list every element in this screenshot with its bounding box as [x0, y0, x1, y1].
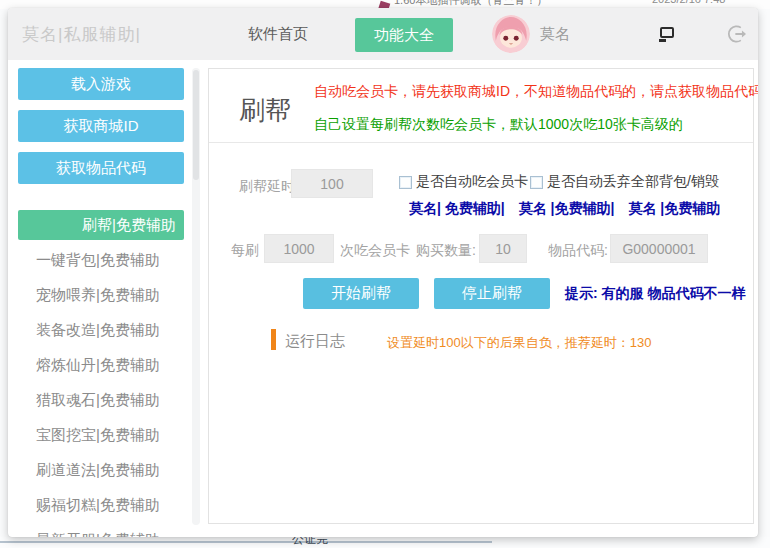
per-batch-prefix-label: 每刷 — [231, 242, 259, 260]
notice-red: 自动吃会员卡，请先获取商城ID，不知道物品代码的，请点获取物品代码 — [314, 83, 758, 101]
app-title: 莫名|私服辅助| — [22, 23, 141, 46]
per-batch-input[interactable] — [264, 234, 334, 263]
sidebar-item-daofa[interactable]: 刷道道法|免费辅助 — [18, 452, 184, 487]
notice-green: 自己设置每刷帮次数吃会员卡，默认1000次吃10张卡高级的 — [314, 116, 683, 134]
sidebar-item-shuabang-active[interactable]: 刷帮|免费辅助 — [18, 210, 184, 240]
sidebar-list: 一键背包|免费辅助 宠物喂养|免费辅助 装备改造|免费辅助 熔炼仙丹|免费辅助 … — [18, 242, 184, 537]
app-window: 莫名|私服辅助| 软件首页 功能大全 莫名 载入游戏 — [8, 8, 758, 537]
quantity-input[interactable] — [479, 234, 527, 263]
panel-header: 刷帮 自动吃会员卡，请先获取商城ID，不知道物品代码的，请点获取物品代码 自己设… — [209, 69, 753, 143]
auto-eat-card-label: 是否自动吃会员卡 — [416, 173, 528, 191]
sidebar-item-melt-pill[interactable]: 熔炼仙丹|免费辅助 — [18, 347, 184, 382]
panel-title: 刷帮 — [239, 93, 291, 128]
sidebar-item-treasure-dig[interactable]: 宝图挖宝|免费辅助 — [18, 417, 184, 452]
item-code-label: 物品代码: — [548, 242, 608, 260]
sidebar-item-onekey-bag[interactable]: 一键背包|免费辅助 — [18, 242, 184, 277]
username-label: 莫名 — [540, 25, 570, 44]
background-fragment-text: 1.60本地插件调取（青三青！） — [394, 0, 547, 8]
tip-text: 提示: 有的服 物品代码不一样 — [565, 285, 745, 303]
sidebar-scrollbar[interactable] — [192, 68, 200, 525]
sidebar-item-blessing-cake[interactable]: 赐福切糕|免费辅助 — [18, 487, 184, 522]
log-warning-text: 设置延时100以下的后果自负，推荐延时：130 — [387, 334, 651, 352]
delay-input[interactable] — [291, 169, 373, 198]
sidebar-item-equip-remake[interactable]: 装备改造|免费辅助 — [18, 312, 184, 347]
titlebar: 莫名|私服辅助| 软件首页 功能大全 莫名 — [8, 8, 758, 60]
log-label: 运行日志 — [285, 332, 345, 351]
item-code-input[interactable] — [610, 234, 708, 263]
sidebar-item-load-game[interactable]: 载入游戏 — [18, 68, 184, 100]
nav-software-home[interactable]: 软件首页 — [248, 25, 308, 44]
per-batch-suffix-label: 次吃会员卡 — [340, 242, 410, 260]
nav-features-button[interactable]: 功能大全 — [355, 18, 453, 52]
sidebar-item-get-mall-id[interactable]: 获取商城ID — [18, 110, 184, 142]
promo-link-1[interactable]: 莫名| 免费辅助| — [409, 200, 505, 216]
quantity-label: 购买数量: — [416, 242, 476, 260]
sidebar: 载入游戏 获取商城ID 获取物品代码 刷帮|免费辅助 一键背包|免费辅助 宠物喂… — [18, 68, 184, 537]
minimize-to-tray-icon[interactable] — [660, 27, 674, 38]
logout-icon[interactable] — [726, 23, 748, 45]
checkbox-icon[interactable] — [399, 176, 412, 189]
background-fragment-time: 2023/2/16 7:48 — [652, 0, 725, 5]
user-avatar[interactable] — [492, 15, 530, 53]
auto-discard-bag-checkbox[interactable]: 是否自动丢弃全部背包/销毁 — [530, 173, 719, 191]
start-button[interactable]: 开始刷帮 — [303, 278, 419, 309]
log-section-marker — [271, 329, 276, 350]
scrollbar-thumb[interactable] — [193, 70, 199, 180]
background-window-border — [0, 541, 492, 543]
promo-links: 莫名| 免费辅助|莫名 |免费辅助|莫名 |免费辅助 — [409, 200, 734, 218]
background-window-bottom-fragment: 公证完 — [0, 537, 770, 548]
promo-link-3[interactable]: 莫名 |免费辅助 — [628, 200, 720, 216]
sidebar-item-pet-feed[interactable]: 宠物喂养|免费辅助 — [18, 277, 184, 312]
delay-label: 刷帮延时: — [239, 178, 299, 196]
avatar-image — [492, 15, 530, 53]
auto-eat-card-checkbox[interactable]: 是否自动吃会员卡 — [399, 173, 528, 191]
stop-button[interactable]: 停止刷帮 — [434, 278, 550, 309]
main-panel: 刷帮 自动吃会员卡，请先获取商城ID，不知道物品代码的，请点获取物品代码 自己设… — [208, 68, 754, 524]
sidebar-item-newest-server[interactable]: 最新开服|免费辅助 — [18, 522, 184, 537]
promo-link-2[interactable]: 莫名 |免费辅助| — [519, 200, 615, 216]
auto-discard-bag-label: 是否自动丢弃全部背包/销毁 — [547, 173, 719, 191]
sidebar-item-hunt-soulstone[interactable]: 猎取魂石|免费辅助 — [18, 382, 184, 417]
sidebar-item-get-item-code[interactable]: 获取物品代码 — [18, 152, 184, 184]
checkbox-icon[interactable] — [530, 176, 543, 189]
